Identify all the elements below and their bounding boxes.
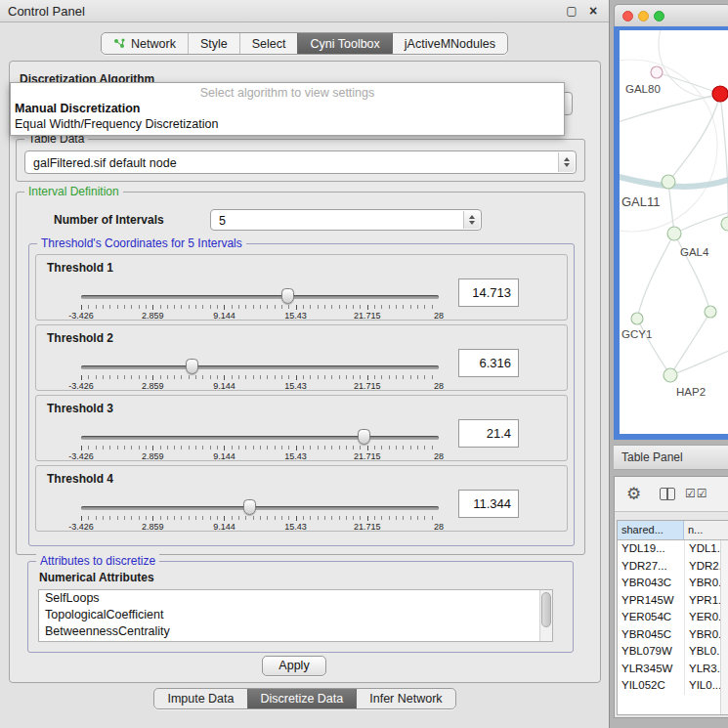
list-item[interactable]: TopologicalCoefficient [39,607,552,623]
slider-track[interactable] [81,295,439,299]
top-tab-bar: Network Style Select Cyni Toolbox jActiv… [0,32,609,55]
combo-stepper[interactable] [463,211,480,229]
table-data-combo[interactable]: galFiltered.sif default node [24,150,577,174]
slider-ticks: -3.4262.8599.14415.4321.71528 [81,449,439,461]
table-panel: ⚙ ☑☑ shared... n... YDL19... YDL1... YDR… [614,476,728,718]
list-item[interactable]: SelfLoops [39,590,552,607]
node [664,368,677,382]
attributes-group: Attributes to discretize Numerical Attri… [27,561,574,653]
float-window-icon[interactable]: ▢ [564,3,579,19]
table-row[interactable]: YBR045C YBR0... [618,626,728,644]
table-row[interactable]: YBL079W YBL0... [618,643,728,661]
list-scrollbar[interactable] [539,590,552,641]
threshold-value-field[interactable]: 11.344 [458,490,519,518]
table-panel-title: Table Panel [621,450,683,464]
dropdown-option-manual[interactable]: Manual Discretization [11,101,564,116]
tick-label: 15.43 [284,311,307,321]
close-traffic-light-icon[interactable] [622,11,633,21]
table-header-row: shared... n... [618,521,728,540]
table-panel-header: Table Panel [614,445,728,470]
table-row[interactable]: YER054C YER0... [618,609,728,626]
bottom-tab-bar: Impute Data Discretize Data Infer Networ… [0,688,610,709]
threshold-list: Threshold 1 -3.4262.8599.14415.4321.7152… [35,254,568,535]
threshold-slider[interactable] [81,429,439,447]
threshold-slider[interactable] [81,288,439,306]
combo-stepper[interactable] [558,152,575,172]
tick-label: 2.859 [142,311,164,321]
slider-track[interactable] [81,365,439,369]
numerical-attributes-label: Numerical Attributes [39,571,154,584]
column-header-shared-name[interactable]: shared... [618,521,684,539]
checkbox-icons[interactable]: ☑☑ [685,487,708,500]
table-row[interactable]: YDL19... YDL1... [618,540,728,558]
table-row[interactable]: YLR345W YLR3... [618,661,728,678]
tab-cyni-toolbox[interactable]: Cyni Toolbox [297,33,391,54]
cell-shared-name[interactable]: YER054C [618,609,684,626]
tab-label: Cyni Toolbox [310,33,379,55]
table-row[interactable]: YBR043C YBR0... [618,575,728,592]
thresholds-group: Threshold's Coordinates for 5 Intervals … [28,243,575,546]
threshold-slider[interactable] [81,499,439,517]
major-tickmarks [81,375,439,380]
scrollbar-thumb[interactable] [541,592,551,627]
gear-icon[interactable]: ⚙ [626,485,641,504]
threshold-value-field[interactable]: 21.4 [458,419,519,448]
tab-infer-network[interactable]: Infer Network [356,689,454,708]
table-row[interactable]: YIL052C YIL0... [618,677,728,695]
tab-network[interactable]: Network [102,33,188,54]
tab-impute-data[interactable]: Impute Data [154,689,246,708]
major-tickmarks [81,446,439,450]
table-data-group: Table Data galFiltered.sif default node [16,139,585,182]
threshold-value-field[interactable]: 6.316 [458,349,519,377]
table-row[interactable]: YDR27... YDR2... [618,558,728,576]
cell-shared-name[interactable]: YBR045C [618,626,684,644]
slider-thumb[interactable] [186,359,198,374]
tab-discretize-data[interactable]: Discretize Data [247,689,357,708]
tab-select[interactable]: Select [239,33,298,54]
tab-jactivemnodules[interactable]: jActiveMNodules [392,33,507,54]
dropdown-option-equal-width[interactable]: Equal Width/Frequency Discretization [11,116,564,132]
table-row[interactable]: YPR145W YPR1... [618,592,728,610]
cell-shared-name[interactable]: YBL079W [618,643,684,661]
close-icon[interactable]: × [585,3,601,19]
network-canvas[interactable]: GAL80 GAL11 GAL4 GCY1 HAP2 [620,30,728,434]
tick-label: 9.144 [213,522,236,532]
tab-label: Network [131,33,176,55]
column-header-name[interactable]: n... [684,521,728,539]
columns-icon[interactable] [660,488,675,500]
apply-button[interactable]: Apply [262,656,326,676]
threshold-slider[interactable] [81,359,439,376]
slider-track[interactable] [81,506,439,510]
table-scrollbar[interactable] [720,540,728,714]
slider-thumb[interactable] [243,499,256,515]
slider-track[interactable] [81,436,439,440]
list-item[interactable]: BetweennessCentrality [39,623,552,640]
tick-label: 9.144 [213,311,236,321]
number-of-intervals-label: Number of Intervals [54,213,164,227]
cell-shared-name[interactable]: YLR345W [618,661,684,678]
panel-title: Control Panel [8,4,85,19]
tab-style[interactable]: Style [188,33,239,54]
node [705,306,716,318]
cell-shared-name[interactable]: YBR043C [618,575,684,592]
threshold-label: Threshold 2 [47,331,113,345]
cell-shared-name[interactable]: YDR27... [618,558,684,576]
major-tickmarks [81,516,439,521]
cell-shared-name[interactable]: YPR145W [618,592,684,610]
algorithm-dropdown-list: Select algorithm to view settings Manual… [10,82,565,136]
network-icon [113,38,126,49]
threshold-value-field[interactable]: 14.713 [458,278,519,307]
top-tab-group: Network Style Select Cyni Toolbox jActiv… [101,32,508,55]
node [662,175,675,189]
slider-ticks: -3.4262.8599.14415.4321.71528 [81,378,439,391]
cell-shared-name[interactable]: YIL052C [618,677,684,695]
slider-thumb[interactable] [358,429,370,445]
number-of-intervals-combo[interactable]: 5 [210,209,482,231]
node-label: GAL11 [621,194,661,209]
slider-thumb[interactable] [281,288,294,304]
network-window-titlebar[interactable] [614,4,728,26]
minimize-traffic-light-icon[interactable] [638,11,649,21]
threshold-label: Threshold 1 [47,261,113,275]
zoom-traffic-light-icon[interactable] [654,11,664,21]
cell-shared-name[interactable]: YDL19... [618,540,684,558]
